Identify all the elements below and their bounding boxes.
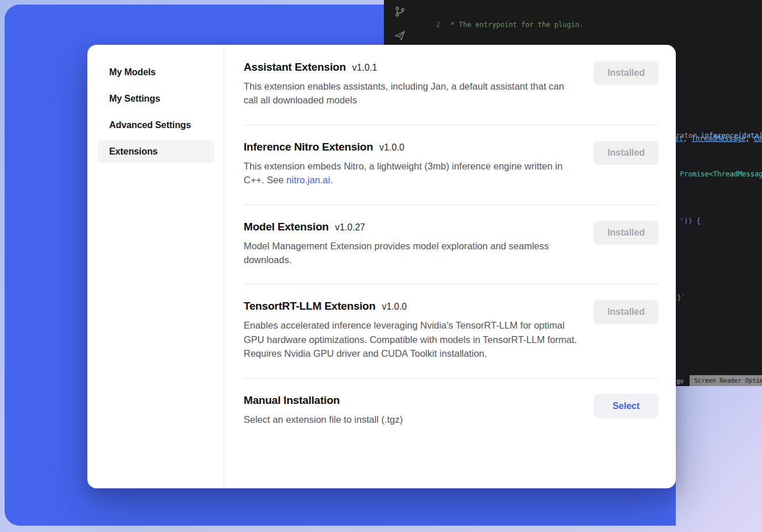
code-fragment: rator.inference(data)); bbox=[676, 132, 762, 140]
description-text: Model Management Extension provides mode… bbox=[244, 241, 549, 265]
extension-version: v1.0.1 bbox=[352, 63, 378, 73]
extensions-panel: Assistant Extension v1.0.1 This extensio… bbox=[224, 45, 676, 488]
manual-installation-title: Manual Installation bbox=[244, 394, 340, 407]
extension-title: TensortRT-LLM Extension bbox=[244, 300, 375, 313]
screen: 2* The entrypoint for the plugin. 3*/ 4 … bbox=[0, 0, 762, 532]
sidebar-item-my-settings[interactable]: My Settings bbox=[98, 87, 214, 110]
installed-button[interactable]: Installed bbox=[594, 300, 659, 324]
extension-description: Model Management Extension provides mode… bbox=[244, 239, 580, 267]
code-fragment: ')) { bbox=[680, 217, 701, 225]
send-icon[interactable] bbox=[394, 30, 406, 41]
git-branch-icon[interactable] bbox=[394, 6, 406, 17]
sidebar-item-my-models[interactable]: My Models bbox=[98, 61, 214, 84]
installed-button[interactable]: Installed bbox=[594, 61, 659, 85]
extension-title: Model Extension bbox=[244, 221, 329, 233]
manual-installation-description: Select an extension file to install (.tg… bbox=[244, 413, 403, 426]
extension-description: Enables accelerated inference leveraging… bbox=[244, 318, 580, 360]
manual-installation-row: Manual Installation Select an extension … bbox=[244, 379, 659, 426]
extension-row-tensorrt: TensortRT-LLM Extension v1.0.0 Enables a… bbox=[244, 284, 659, 378]
installed-button[interactable]: Installed bbox=[594, 221, 659, 245]
description-text: Enables accelerated inference leveraging… bbox=[244, 320, 577, 358]
background-gradient bbox=[676, 386, 762, 532]
extension-version: v1.0.0 bbox=[379, 142, 405, 153]
settings-sidebar: My Models My Settings Advanced Settings … bbox=[87, 45, 224, 488]
screen-reader-badge[interactable]: Screen Reader Optimized bbox=[690, 375, 762, 386]
extension-row-nitro: Inference Nitro Extension v1.0.0 This ex… bbox=[244, 125, 659, 205]
code-fragment: Promise<ThreadMessage> bbox=[680, 170, 762, 178]
extension-row-model: Model Extension v1.0.27 Model Management… bbox=[244, 205, 659, 285]
select-file-button[interactable]: Select bbox=[594, 394, 659, 418]
extension-description: This extension embeds Nitro, a lightweig… bbox=[244, 159, 580, 187]
description-text: Select an extension file to install (.tg… bbox=[244, 414, 403, 425]
code-text: .inference(data)); bbox=[696, 132, 762, 140]
extension-version: v1.0.27 bbox=[335, 222, 365, 233]
extension-version: v1.0.0 bbox=[382, 302, 407, 312]
installed-button[interactable]: Installed bbox=[594, 141, 659, 165]
line-number: 2 bbox=[417, 20, 440, 30]
extension-title: Inference Nitro Extension bbox=[244, 141, 373, 153]
sidebar-item-extensions[interactable]: Extensions bbox=[98, 140, 214, 163]
sidebar-item-advanced-settings[interactable]: Advanced Settings bbox=[98, 114, 214, 137]
status-text: go bbox=[676, 377, 684, 384]
nitro-jan-ai-link[interactable]: nitro.jan.ai. bbox=[286, 175, 333, 185]
code-text: rator bbox=[676, 132, 696, 140]
extension-title: Assistant Extension bbox=[244, 61, 346, 74]
extension-row-assistant: Assistant Extension v1.0.1 This extensio… bbox=[244, 55, 659, 125]
settings-modal: My Models My Settings Advanced Settings … bbox=[87, 45, 676, 488]
code-comment: * The entrypoint for the plugin. bbox=[451, 20, 583, 30]
description-text: This extension enables assistants, inclu… bbox=[244, 81, 564, 105]
extension-description: This extension enables assistants, inclu… bbox=[244, 79, 580, 107]
code-line: 2* The entrypoint for the plugin. bbox=[417, 20, 762, 30]
